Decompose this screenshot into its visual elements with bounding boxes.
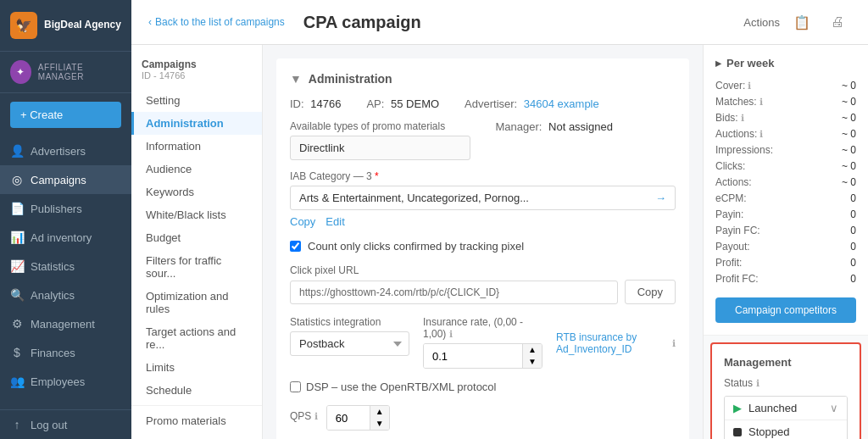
page-title: CPA campaign: [303, 13, 421, 32]
stopped-dot-icon: [733, 428, 742, 436]
nav-keywords[interactable]: Keywords: [131, 181, 262, 203]
stat-clicks: Clicks: ~ 0: [715, 160, 856, 172]
sidebar-item-label: Employees: [31, 375, 85, 388]
sidebar-item-advertisers[interactable]: 👤 Advertisers: [0, 136, 131, 165]
directlink-input[interactable]: [290, 136, 470, 160]
nav-limits[interactable]: Limits: [131, 356, 262, 379]
logo-text: BigDeal Agency: [44, 19, 121, 32]
sidebar-item-campaigns[interactable]: ◎ Campaigns: [0, 165, 131, 194]
sidebar-item-ad-inventory[interactable]: 📊 Ad inventory: [0, 223, 131, 252]
stat-profit-fc: Profit FC: 0: [715, 273, 856, 285]
advertiser-link[interactable]: 34604 example: [524, 97, 599, 110]
nav-audience[interactable]: Audience: [131, 158, 262, 181]
nav-target-actions[interactable]: Target actions and re...: [131, 320, 262, 356]
dsp-label: DSP – use the OpenRTB/XML protocol: [306, 381, 497, 393]
nav-budget[interactable]: Budget: [131, 226, 262, 249]
logo-icon: 🦅: [10, 12, 37, 39]
iab-row: Arts & Entertainment, Uncategorized, Por…: [290, 186, 676, 210]
main-content: ‹ Back to the list of campaigns CPA camp…: [131, 0, 868, 439]
cover-label: Cover:: [715, 80, 745, 92]
nav-schedule[interactable]: Schedule: [131, 379, 262, 402]
copy-url-button[interactable]: Copy: [625, 280, 676, 304]
sidebar-item-finances[interactable]: $ Finances: [0, 338, 131, 367]
role-text: AFFILIATE MANAGER: [38, 63, 121, 81]
insurance-input-wrap: ▲ ▼: [423, 343, 542, 369]
nav-filters-traffic[interactable]: Filters for traffic sour...: [131, 249, 262, 285]
per-week-title: ▸ Per week: [715, 57, 856, 69]
nav-optimization[interactable]: Optimization and rules: [131, 285, 262, 320]
sidebar-item-management[interactable]: ⚙ Management: [0, 309, 131, 338]
nav-add-promo[interactable]: Add promo: [131, 432, 262, 439]
actions-button[interactable]: Actions: [743, 16, 780, 29]
sidebar-item-label: Finances: [31, 347, 75, 359]
sidebar-item-statistics[interactable]: 📈 Statistics: [0, 252, 131, 281]
nav-information[interactable]: Information: [131, 135, 262, 158]
tracking-checkbox[interactable]: [290, 241, 301, 252]
section-title: Administration: [309, 72, 392, 86]
ap-info: AP: 55 DEMO: [366, 97, 439, 110]
available-types-section: Available types of promo materials: [290, 120, 470, 160]
sidebar-bottom: ↑ Log out: [0, 409, 131, 439]
nav-administration[interactable]: Administration: [131, 112, 262, 135]
qps-down-button[interactable]: ▼: [370, 418, 389, 430]
stat-matches: Matches:ℹ ~ 0: [715, 96, 856, 108]
stat-payout: Payout: 0: [715, 241, 856, 253]
edit-iab-button[interactable]: Edit: [326, 214, 344, 230]
stats-integration-select[interactable]: Postback: [290, 331, 409, 356]
info-row: ID: 14766 AP: 55 DEMO Advertiser: 34604 …: [290, 97, 676, 110]
section-header: ▼ Administration: [290, 72, 676, 86]
iab-value[interactable]: Arts & Entertainment, Uncategorized, Por…: [290, 186, 676, 210]
sidebar: 🦅 BigDeal Agency ✦ AFFILIATE MANAGER + C…: [0, 0, 131, 439]
pixel-url-row: Copy: [290, 280, 676, 304]
insurance-up-button[interactable]: ▲: [523, 344, 542, 356]
iab-section: IAB Category — 3 * Arts & Entertainment,…: [290, 170, 676, 230]
status-option-stopped[interactable]: Stopped: [725, 420, 847, 439]
insurance-group: Insurance rate, (0,00 - 1,00) ℹ ▲ ▼: [423, 316, 542, 369]
management-icon: ⚙: [10, 317, 24, 331]
copy-edit-row: Copy Edit: [290, 214, 676, 230]
right-panel: ▸ Per week Cover:ℹ ~ 0 Matches:ℹ ~ 0 Bid…: [703, 45, 868, 439]
document-icon[interactable]: 📋: [788, 8, 815, 36]
print-icon[interactable]: 🖨: [824, 8, 851, 36]
checkbox-label: Count only clicks confirmed by tracking …: [308, 240, 524, 253]
qps-input[interactable]: [327, 406, 370, 430]
sidebar-item-label: Statistics: [31, 260, 75, 273]
stat-payin-fc: Payin FC: 0: [715, 225, 856, 236]
stat-impressions: Impressions: ~ 0: [715, 144, 856, 156]
nav-white-black-lists[interactable]: White/Black lists: [131, 203, 262, 226]
dsp-checkbox[interactable]: [290, 381, 301, 392]
logout-label: Log out: [31, 419, 67, 431]
logout-icon: ↑: [10, 418, 24, 431]
sidebar-item-label: Advertisers: [31, 145, 86, 158]
back-link[interactable]: ‹ Back to the list of campaigns: [148, 16, 285, 28]
insurance-input[interactable]: [424, 344, 522, 368]
qps-input-wrap: ▲ ▼: [326, 405, 390, 431]
pixel-url-input[interactable]: [290, 281, 618, 304]
nav-setting[interactable]: Setting: [131, 89, 262, 112]
management-title: Management: [724, 356, 848, 369]
statistics-icon: 📈: [10, 259, 24, 273]
tracking-checkbox-row: Count only clicks confirmed by tracking …: [290, 240, 676, 253]
status-dropdown[interactable]: ▶ Launched ∨ Stopped Disapproved: [724, 396, 848, 439]
rtb-link[interactable]: RTB insurance by Ad_Inventory_ID ℹ: [556, 331, 676, 355]
stat-profit: Profit: 0: [715, 257, 856, 269]
collapse-icon[interactable]: ▼: [290, 72, 302, 86]
sidebar-item-analytics[interactable]: 🔍 Analytics: [0, 281, 131, 309]
stat-actions: Actions: ~ 0: [715, 176, 856, 188]
campaign-id: ID - 14766: [142, 70, 252, 81]
copy-iab-button[interactable]: Copy: [290, 214, 315, 230]
center-content: ▼ Administration ID: 14766 AP: 55 DEMO A…: [263, 45, 703, 439]
dsp-row: DSP – use the OpenRTB/XML protocol: [290, 381, 676, 393]
insurance-down-button[interactable]: ▼: [523, 356, 542, 368]
nav-promo-materials[interactable]: Promo materials: [131, 409, 262, 432]
sidebar-item-publishers[interactable]: 📄 Publishers: [0, 194, 131, 223]
sidebar-item-employees[interactable]: 👥 Employees: [0, 367, 131, 396]
sidebar-role: ✦ AFFILIATE MANAGER: [0, 52, 131, 93]
create-button[interactable]: + Create: [10, 102, 121, 128]
status-selected[interactable]: ▶ Launched ∨: [725, 397, 847, 420]
logout-button[interactable]: ↑ Log out: [0, 410, 131, 439]
qps-up-button[interactable]: ▲: [370, 406, 389, 418]
campaign-competitors-button[interactable]: Campaign competitors: [715, 297, 856, 323]
launched-play-icon: ▶: [733, 402, 742, 414]
insurance-label: Insurance rate, (0,00 - 1,00) ℹ: [423, 316, 542, 340]
